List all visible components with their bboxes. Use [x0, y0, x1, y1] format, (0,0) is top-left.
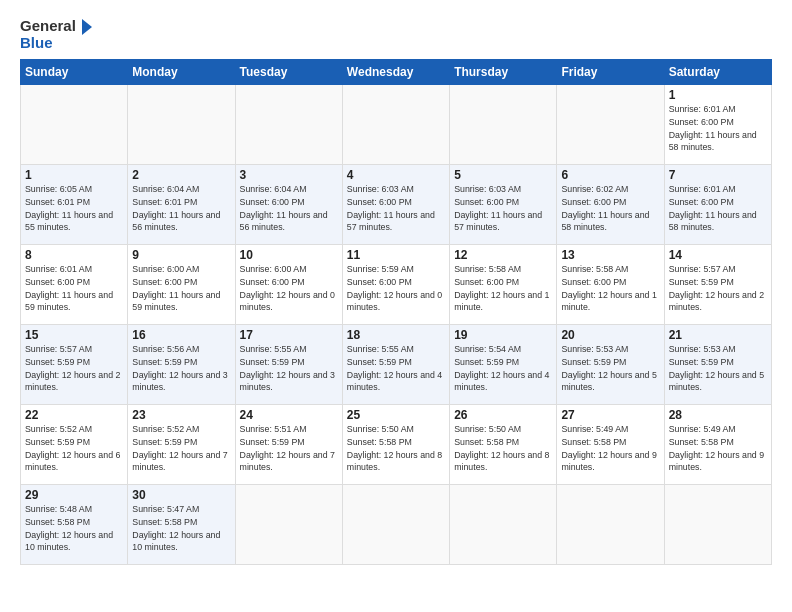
- day-info: Sunrise: 6:05 AMSunset: 6:01 PMDaylight:…: [25, 183, 123, 234]
- calendar-day-cell: 21Sunrise: 5:53 AMSunset: 5:59 PMDayligh…: [664, 325, 771, 405]
- day-number: 17: [240, 328, 338, 342]
- calendar-day-cell: 24Sunrise: 5:51 AMSunset: 5:59 PMDayligh…: [235, 405, 342, 485]
- day-number: 25: [347, 408, 445, 422]
- day-number: 27: [561, 408, 659, 422]
- calendar-day-cell: 23Sunrise: 5:52 AMSunset: 5:59 PMDayligh…: [128, 405, 235, 485]
- calendar-week-row: 8Sunrise: 6:01 AMSunset: 6:00 PMDaylight…: [21, 245, 772, 325]
- day-number: 18: [347, 328, 445, 342]
- day-info: Sunrise: 6:03 AMSunset: 6:00 PMDaylight:…: [454, 183, 552, 234]
- calendar-day-cell: 20Sunrise: 5:53 AMSunset: 5:59 PMDayligh…: [557, 325, 664, 405]
- day-info: Sunrise: 5:55 AMSunset: 5:59 PMDaylight:…: [240, 343, 338, 394]
- day-number: 6: [561, 168, 659, 182]
- day-number: 2: [132, 168, 230, 182]
- calendar-day-cell: 19Sunrise: 5:54 AMSunset: 5:59 PMDayligh…: [450, 325, 557, 405]
- day-info: Sunrise: 6:00 AMSunset: 6:00 PMDaylight:…: [132, 263, 230, 314]
- day-number: 30: [132, 488, 230, 502]
- calendar-day-cell: [450, 485, 557, 565]
- day-info: Sunrise: 5:49 AMSunset: 5:58 PMDaylight:…: [669, 423, 767, 474]
- calendar-week-row: 1Sunrise: 6:05 AMSunset: 6:01 PMDaylight…: [21, 165, 772, 245]
- weekday-header-cell: Sunday: [21, 60, 128, 85]
- day-info: Sunrise: 5:55 AMSunset: 5:59 PMDaylight:…: [347, 343, 445, 394]
- weekday-header-cell: Wednesday: [342, 60, 449, 85]
- day-number: 26: [454, 408, 552, 422]
- page: General Blue SundayMondayTuesdayWednesda…: [0, 0, 792, 612]
- logo-general: General: [20, 18, 95, 35]
- day-info: Sunrise: 6:03 AMSunset: 6:00 PMDaylight:…: [347, 183, 445, 234]
- weekday-header-cell: Friday: [557, 60, 664, 85]
- weekday-header-cell: Thursday: [450, 60, 557, 85]
- header: General Blue: [20, 18, 772, 51]
- day-info: Sunrise: 5:57 AMSunset: 5:59 PMDaylight:…: [25, 343, 123, 394]
- logo: General Blue: [20, 18, 95, 51]
- calendar-day-cell: 27Sunrise: 5:49 AMSunset: 5:58 PMDayligh…: [557, 405, 664, 485]
- calendar-day-cell: [128, 85, 235, 165]
- calendar-day-cell: [557, 85, 664, 165]
- calendar-day-cell: 28Sunrise: 5:49 AMSunset: 5:58 PMDayligh…: [664, 405, 771, 485]
- calendar-day-cell: 8Sunrise: 6:01 AMSunset: 6:00 PMDaylight…: [21, 245, 128, 325]
- day-info: Sunrise: 5:53 AMSunset: 5:59 PMDaylight:…: [561, 343, 659, 394]
- day-number: 21: [669, 328, 767, 342]
- calendar-day-cell: 17Sunrise: 5:55 AMSunset: 5:59 PMDayligh…: [235, 325, 342, 405]
- calendar-day-cell: 30Sunrise: 5:47 AMSunset: 5:58 PMDayligh…: [128, 485, 235, 565]
- calendar-table: SundayMondayTuesdayWednesdayThursdayFrid…: [20, 59, 772, 565]
- calendar-day-cell: 1Sunrise: 6:05 AMSunset: 6:01 PMDaylight…: [21, 165, 128, 245]
- day-number: 4: [347, 168, 445, 182]
- day-number: 29: [25, 488, 123, 502]
- day-number: 3: [240, 168, 338, 182]
- calendar-day-cell: [664, 485, 771, 565]
- day-info: Sunrise: 6:02 AMSunset: 6:00 PMDaylight:…: [561, 183, 659, 234]
- logo-container: General Blue: [20, 18, 95, 51]
- calendar-day-cell: 14Sunrise: 5:57 AMSunset: 5:59 PMDayligh…: [664, 245, 771, 325]
- day-info: Sunrise: 5:52 AMSunset: 5:59 PMDaylight:…: [132, 423, 230, 474]
- calendar-day-cell: [342, 485, 449, 565]
- day-number: 8: [25, 248, 123, 262]
- day-info: Sunrise: 5:50 AMSunset: 5:58 PMDaylight:…: [347, 423, 445, 474]
- day-number: 24: [240, 408, 338, 422]
- day-number: 16: [132, 328, 230, 342]
- day-info: Sunrise: 6:01 AMSunset: 6:00 PMDaylight:…: [669, 183, 767, 234]
- calendar-week-row: 15Sunrise: 5:57 AMSunset: 5:59 PMDayligh…: [21, 325, 772, 405]
- day-info: Sunrise: 6:04 AMSunset: 6:01 PMDaylight:…: [132, 183, 230, 234]
- day-info: Sunrise: 6:00 AMSunset: 6:00 PMDaylight:…: [240, 263, 338, 314]
- calendar-day-cell: 13Sunrise: 5:58 AMSunset: 6:00 PMDayligh…: [557, 245, 664, 325]
- calendar-day-cell: 7Sunrise: 6:01 AMSunset: 6:00 PMDaylight…: [664, 165, 771, 245]
- calendar-header-row: SundayMondayTuesdayWednesdayThursdayFrid…: [21, 60, 772, 85]
- calendar-day-cell: 11Sunrise: 5:59 AMSunset: 6:00 PMDayligh…: [342, 245, 449, 325]
- day-info: Sunrise: 5:51 AMSunset: 5:59 PMDaylight:…: [240, 423, 338, 474]
- day-info: Sunrise: 5:49 AMSunset: 5:58 PMDaylight:…: [561, 423, 659, 474]
- day-number: 13: [561, 248, 659, 262]
- weekday-header-cell: Tuesday: [235, 60, 342, 85]
- calendar-day-cell: 5Sunrise: 6:03 AMSunset: 6:00 PMDaylight…: [450, 165, 557, 245]
- day-number: 15: [25, 328, 123, 342]
- day-info: Sunrise: 5:53 AMSunset: 5:59 PMDaylight:…: [669, 343, 767, 394]
- day-number: 23: [132, 408, 230, 422]
- calendar-week-row: 22Sunrise: 5:52 AMSunset: 5:59 PMDayligh…: [21, 405, 772, 485]
- calendar-day-cell: 3Sunrise: 6:04 AMSunset: 6:00 PMDaylight…: [235, 165, 342, 245]
- calendar-day-cell: 16Sunrise: 5:56 AMSunset: 5:59 PMDayligh…: [128, 325, 235, 405]
- day-number: 28: [669, 408, 767, 422]
- day-info: Sunrise: 6:01 AMSunset: 6:00 PMDaylight:…: [669, 103, 767, 154]
- day-info: Sunrise: 6:04 AMSunset: 6:00 PMDaylight:…: [240, 183, 338, 234]
- calendar-day-cell: 9Sunrise: 6:00 AMSunset: 6:00 PMDaylight…: [128, 245, 235, 325]
- day-info: Sunrise: 5:52 AMSunset: 5:59 PMDaylight:…: [25, 423, 123, 474]
- calendar-day-cell: 1Sunrise: 6:01 AMSunset: 6:00 PMDaylight…: [664, 85, 771, 165]
- day-number: 9: [132, 248, 230, 262]
- calendar-day-cell: 2Sunrise: 6:04 AMSunset: 6:01 PMDaylight…: [128, 165, 235, 245]
- day-number: 11: [347, 248, 445, 262]
- day-info: Sunrise: 5:59 AMSunset: 6:00 PMDaylight:…: [347, 263, 445, 314]
- day-info: Sunrise: 5:47 AMSunset: 5:58 PMDaylight:…: [132, 503, 230, 554]
- calendar-day-cell: 15Sunrise: 5:57 AMSunset: 5:59 PMDayligh…: [21, 325, 128, 405]
- calendar-day-cell: [450, 85, 557, 165]
- day-number: 1: [669, 88, 767, 102]
- calendar-day-cell: 22Sunrise: 5:52 AMSunset: 5:59 PMDayligh…: [21, 405, 128, 485]
- calendar-day-cell: 6Sunrise: 6:02 AMSunset: 6:00 PMDaylight…: [557, 165, 664, 245]
- day-info: Sunrise: 5:58 AMSunset: 6:00 PMDaylight:…: [561, 263, 659, 314]
- weekday-header-cell: Monday: [128, 60, 235, 85]
- calendar-day-cell: [235, 485, 342, 565]
- day-info: Sunrise: 5:56 AMSunset: 5:59 PMDaylight:…: [132, 343, 230, 394]
- day-number: 10: [240, 248, 338, 262]
- day-number: 22: [25, 408, 123, 422]
- calendar-week-row: 29Sunrise: 5:48 AMSunset: 5:58 PMDayligh…: [21, 485, 772, 565]
- calendar-day-cell: [235, 85, 342, 165]
- day-number: 14: [669, 248, 767, 262]
